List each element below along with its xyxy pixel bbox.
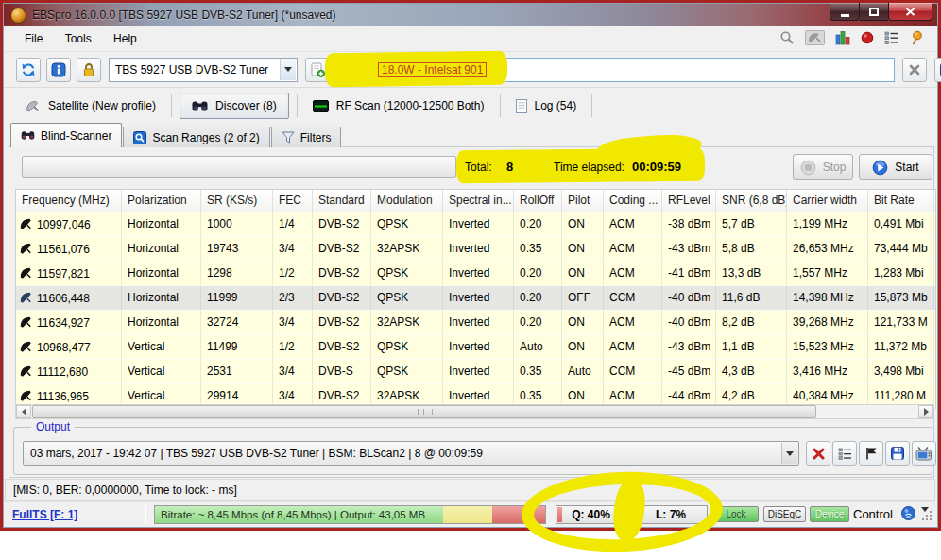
table-row[interactable]: 11561,076Horizontal197433/4DVB-S232APSKI… — [16, 237, 935, 262]
tab-scan-ranges[interactable]: Scan Ranges (2 of 2) — [123, 127, 269, 147]
column-header[interactable]: Polarization — [122, 190, 201, 212]
tab-scan-ranges-label: Scan Ranges (2 of 2) — [152, 131, 259, 144]
column-header[interactable]: Standard — [313, 190, 371, 212]
refresh-button[interactable] — [16, 58, 41, 82]
table-cell: ON — [562, 212, 604, 236]
menu-help[interactable]: Help — [104, 32, 146, 45]
clear-button[interactable] — [902, 58, 927, 82]
output-group: Output 03 mars, 2017 - 19:42 07 | TBS 59… — [13, 427, 932, 475]
device-button[interactable]: Device — [810, 506, 849, 522]
table-cell: 3,416 MHz — [787, 360, 868, 383]
control-icon[interactable] — [901, 506, 915, 523]
column-header[interactable]: SR (KS/s) — [201, 190, 273, 212]
fullts-link[interactable]: FullTS [F: 1] — [12, 508, 77, 521]
tab-filters[interactable]: Filters — [271, 127, 342, 147]
table-cell: 4,3 dB — [716, 360, 787, 383]
column-header[interactable]: Pilot — [562, 190, 604, 212]
maximize-button[interactable] — [860, 3, 888, 21]
tab-blind-scanner[interactable]: Blind-Scanner — [10, 123, 122, 147]
status-text: [MIS: 0, BER: 0,0000000, Time to lock: -… — [13, 484, 237, 497]
resize-grip[interactable] — [921, 510, 932, 524]
diseqc-button[interactable]: DiSEqC — [763, 506, 806, 522]
close-icon — [905, 8, 915, 16]
column-header[interactable]: RollOff — [514, 190, 562, 212]
table-cell: 0.20 — [514, 311, 562, 334]
minimize-icon — [841, 14, 849, 17]
table-cell: Horizontal — [122, 237, 201, 261]
lock-indicator[interactable]: Lock — [713, 506, 759, 522]
column-header[interactable]: FEC — [273, 190, 313, 212]
delete-output-button[interactable] — [806, 441, 830, 466]
lock-indicator-label: Lock — [726, 509, 745, 519]
tab-discover[interactable]: Discover (8) — [180, 93, 289, 119]
close-button[interactable] — [888, 3, 932, 21]
save-button[interactable] — [934, 58, 941, 82]
flag-button[interactable] — [859, 441, 883, 466]
scrollbar-thumb[interactable] — [32, 405, 816, 418]
list-icon[interactable] — [884, 31, 899, 47]
record-icon[interactable] — [861, 31, 874, 47]
table-cell: -38 dBm — [662, 212, 716, 236]
frequency-cell: 10997,046 — [16, 212, 122, 236]
output-select[interactable]: 03 mars, 2017 - 19:42 07 | TBS 5927 USB … — [23, 441, 799, 466]
satellite-dish-icon — [19, 266, 32, 280]
column-header[interactable]: Carrier width — [787, 190, 868, 212]
device-select[interactable]: TBS 5927 USB DVB-S2 Tuner — [109, 58, 298, 82]
lock-button[interactable] — [77, 58, 101, 82]
info-button[interactable] — [46, 58, 71, 82]
table-cell: DVB-S — [313, 360, 371, 383]
table-row[interactable]: 10997,046Horizontal10001/4DVB-S2QPSKInve… — [16, 212, 935, 237]
frequency-cell: 11112,680 — [16, 360, 122, 383]
stop-button[interactable]: Stop — [793, 154, 853, 180]
table-cell: -41 dBm — [662, 262, 716, 285]
table-row[interactable]: 11112,680Vertical25313/4DVB-SQPSKInverte… — [16, 360, 935, 384]
table-cell: 14,398 MHz — [787, 286, 868, 310]
scroll-left-arrow[interactable] — [16, 405, 31, 418]
column-header[interactable]: Frequency (MHz) — [16, 190, 122, 212]
table-cell: Vertical — [122, 360, 201, 383]
column-header[interactable]: RFLevel — [662, 190, 716, 212]
tv-button[interactable] — [912, 441, 936, 466]
column-header[interactable]: Spectral in... — [443, 190, 514, 212]
quality-value: Q: 40% — [572, 508, 610, 521]
output-details-button[interactable] — [832, 441, 857, 466]
app-icon — [10, 8, 26, 24]
satellite-input[interactable]: 18.0W - Intelsat 901 — [371, 58, 895, 82]
scroll-right-arrow[interactable] — [918, 405, 933, 418]
title-bar[interactable]: EBSpro 16.0.0.0 [TBS 5927 USB DVB-S2 Tun… — [4, 4, 937, 26]
binoculars-icon — [192, 100, 208, 112]
horizontal-scrollbar[interactable] — [15, 404, 934, 419]
frequency-cell: 10968,477 — [16, 335, 122, 359]
column-header[interactable]: Coding ... — [604, 190, 662, 212]
tab-filters-label: Filters — [300, 131, 332, 144]
satellite-dish-icon — [19, 242, 32, 256]
column-header[interactable]: Modulation — [371, 190, 443, 212]
tab-satellite[interactable]: Satellite (New profile) — [13, 93, 167, 118]
table-row[interactable]: 11606,448Horizontal119992/3DVB-S2QPSKInv… — [16, 286, 935, 311]
rename-button[interactable] — [335, 58, 360, 82]
menu-tools[interactable]: Tools — [56, 32, 101, 45]
save-output-button[interactable] — [885, 441, 910, 466]
satellite-photo-icon[interactable] — [805, 30, 825, 48]
chart-icon[interactable] — [835, 30, 850, 48]
column-header[interactable]: Bit Rate — [868, 190, 934, 212]
satellite-dish-icon — [19, 291, 32, 305]
tab-log[interactable]: Log (54) — [505, 93, 589, 118]
start-button[interactable]: Start — [859, 154, 932, 180]
menu-file[interactable]: File — [15, 32, 52, 45]
table-cell: 1000 — [201, 212, 273, 236]
tab-rf-scan[interactable]: RF Scan (12000-12500 Both) — [301, 93, 496, 118]
table-row[interactable]: 10968,477Vertical114991/2DVB-S2QPSKInver… — [16, 335, 935, 360]
table-row[interactable]: 11597,821Horizontal12981/2DVB-S2QPSKInve… — [16, 262, 935, 286]
table-cell: 11,372 Mb — [868, 335, 934, 359]
signal-level-indicator: L: 7% — [634, 505, 708, 524]
minimize-button[interactable] — [830, 3, 860, 21]
satellite-dish-icon — [19, 315, 32, 330]
search-icon[interactable] — [779, 30, 795, 48]
column-header[interactable]: SNR (6,8 dB) — [716, 190, 787, 212]
table-row[interactable]: 11634,927Horizontal327243/4DVB-S232APSKI… — [16, 311, 935, 335]
pin-icon[interactable] — [910, 30, 924, 48]
tab-rf-scan-label: RF Scan (12000-12500 Both) — [336, 99, 485, 112]
total-value: 8 — [506, 160, 513, 174]
add-profile-button[interactable] — [305, 58, 330, 82]
